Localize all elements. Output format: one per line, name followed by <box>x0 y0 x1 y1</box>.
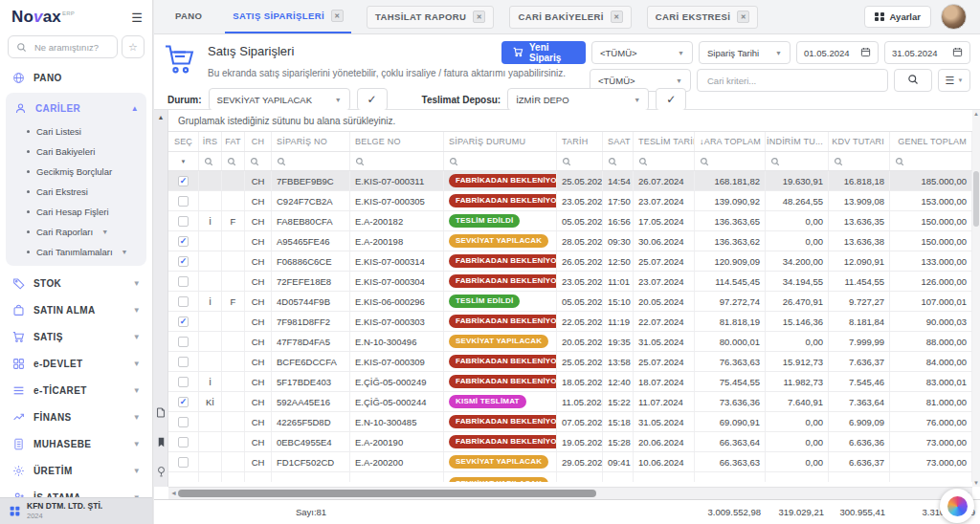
column-header-fat[interactable]: FAT <box>222 132 245 151</box>
sidebar-item-satiş[interactable]: SATIŞ▼ <box>0 323 152 350</box>
column-filter-genel[interactable] <box>890 152 972 170</box>
checkbox-unchecked[interactable] <box>178 417 189 427</box>
column-filter-tarih[interactable] <box>557 152 603 170</box>
cari-criteria-input[interactable] <box>705 75 880 87</box>
column-filter-fat[interactable] <box>222 152 245 170</box>
checkbox-unchecked[interactable] <box>178 457 189 468</box>
column-header-sec[interactable]: SEÇ <box>168 132 199 151</box>
sidebar-item-cari-raporları[interactable]: Cari Raporları▼ <box>6 222 146 242</box>
column-filter-ara[interactable] <box>695 152 766 170</box>
table-row[interactable]: ✓CH7FBBEF9B9CE.KIS-07-000311FABRİKADAN B… <box>168 171 972 191</box>
column-header-saat[interactable]: SAAT <box>603 132 634 151</box>
sidebar-search[interactable] <box>8 35 118 58</box>
close-tab-icon[interactable]: ✕ <box>331 10 344 22</box>
table-row[interactable]: CH42265F5D8DE.N-10-300485FABRİKADAN BEKL… <box>168 412 972 432</box>
checkbox-checked[interactable]: ✓ <box>178 236 189 247</box>
sidebar-item-pano[interactable]: PANO <box>0 64 152 91</box>
table-row[interactable]: ✓CHA95465FE46E.A-200198SEVKİYAT YAPILACA… <box>168 231 972 251</box>
scroll-left-icon[interactable]: ◄ <box>170 490 177 496</box>
column-filter-sec[interactable]: ▼ <box>168 152 199 170</box>
cari-criteria-field[interactable] <box>697 69 888 92</box>
close-tab-icon[interactable]: ✕ <box>473 11 485 23</box>
checkbox-unchecked[interactable] <box>178 357 189 367</box>
tab-cari-ekstresi[interactable]: CARİ EKSTRESİ✕ <box>647 6 759 29</box>
checkbox-unchecked[interactable] <box>178 296 189 307</box>
column-filter-saat[interactable] <box>603 152 634 170</box>
table-row[interactable]: SEVKİYAT YAPILACAK <box>168 472 972 482</box>
sidebar-collapse-icon[interactable]: ☰ <box>131 11 143 24</box>
table-row[interactable]: İCH5F17BDE403E.ÇİĞ-05-000249FABRİKADAN B… <box>168 372 972 392</box>
column-header-teslim[interactable]: TESLİM TARİHİ <box>634 132 695 151</box>
table-row[interactable]: CHC924F7CB2AE.KIS-07-000305FABRİKADAN BE… <box>168 191 972 211</box>
column-filter-durum[interactable] <box>444 152 557 170</box>
bookmark-icon[interactable] <box>157 434 166 451</box>
sidebar-item-gecikmiş-borçlular[interactable]: Gecikmiş Borçlular <box>6 162 146 182</box>
close-tab-icon[interactable]: ✕ <box>737 11 749 23</box>
apply-warehouse-filter-button[interactable]: ✓ <box>656 88 686 111</box>
apply-status-filter-button[interactable]: ✓ <box>357 88 388 111</box>
table-row[interactable]: ✓CH7F981D8FF2E.KIS-07-000303FABRİKADAN B… <box>168 312 972 332</box>
horizontal-scroll-thumb[interactable] <box>178 490 596 497</box>
column-filter-belge_no[interactable] <box>350 152 444 170</box>
scroll-down-icon[interactable]: ▼ <box>972 480 980 486</box>
filter-dropdown-1[interactable]: <TÜMÜ>▼ <box>591 41 693 64</box>
settings-button[interactable]: Ayarlar <box>864 6 931 28</box>
checkbox-checked[interactable]: ✓ <box>178 256 189 267</box>
checkbox-unchecked[interactable] <box>178 437 189 448</box>
list-view-button[interactable]: ☰▼ <box>938 69 970 92</box>
tab-cari-baki-yeleri[interactable]: CARİ BAKİYELERİ✕ <box>509 6 631 29</box>
column-header-ch[interactable]: CH <box>245 132 272 151</box>
checkbox-unchecked[interactable] <box>178 276 189 287</box>
checkbox-unchecked[interactable] <box>178 196 189 207</box>
checkbox-unchecked[interactable] <box>178 337 189 347</box>
user-avatar[interactable] <box>941 4 967 30</box>
column-filter-ch[interactable] <box>245 152 272 170</box>
table-row[interactable]: CHBCFE6DCCFAE.KIS-07-000309FABRİKADAN BE… <box>168 352 972 372</box>
table-row[interactable]: CH72FEFE18E8E.KIS-07-000304FABRİKADAN BE… <box>168 272 972 292</box>
column-header-indirim[interactable]: İNDİRİM TU... <box>766 132 829 151</box>
bulb-icon[interactable] <box>157 464 166 481</box>
sidebar-item-cari-ekstresi[interactable]: Cari Ekstresi <box>6 182 146 202</box>
vertical-scrollbar[interactable]: ▲ ▼ <box>972 110 980 487</box>
group-by-bar[interactable]: Gruplamak istediğiniz sütunu bu alana sü… <box>168 110 972 132</box>
tab-pano[interactable]: PANO <box>167 0 210 33</box>
sidebar-item-muhasebe[interactable]: MUHASEBE▼ <box>0 430 152 457</box>
column-filter-irs[interactable] <box>199 152 222 170</box>
column-header-ara[interactable]: ↓ARA TOPLAM <box>695 132 766 151</box>
sidebar-item-fi-nans[interactable]: FİNANS▼ <box>0 404 152 430</box>
new-order-button[interactable]: Yeni Sipariş <box>501 41 586 64</box>
sidebar-item-üreti-m[interactable]: ÜRETİM▼ <box>0 457 152 484</box>
sidebar-item-cari-tanımlamaları[interactable]: Cari Tanımlamaları▼ <box>6 242 146 262</box>
close-tab-icon[interactable]: ✕ <box>611 11 623 23</box>
column-filter-siparis_no[interactable] <box>272 152 350 170</box>
table-row[interactable]: CHFD1CF502CDE.A-200200SEVKİYAT YAPILACAK… <box>168 452 972 472</box>
sidebar-item-cari-hesap-fişleri[interactable]: Cari Hesap Fişleri <box>6 202 146 222</box>
tab-tahsi-lat-raporu[interactable]: TAHSİLAT RAPORU✕ <box>367 6 494 29</box>
checkbox-unchecked[interactable] <box>178 216 189 227</box>
column-header-kdv[interactable]: KDV TUTARI <box>829 132 890 151</box>
sidebar-item-cari-bakiyeleri[interactable]: Cari Bakiyeleri <box>6 142 146 162</box>
column-filter-kdv[interactable] <box>829 152 890 170</box>
column-filter-teslim[interactable] <box>634 152 695 170</box>
date-from-picker[interactable]: 01.05.2024 <box>796 41 879 64</box>
scroll-up-icon[interactable]: ▲ <box>972 111 980 117</box>
search-button[interactable] <box>894 69 932 92</box>
column-header-siparis_no[interactable]: SİPARİŞ NO <box>272 132 350 151</box>
table-row[interactable]: CH0EBC4955E4E.A-200190FABRİKADAN BEKLENİ… <box>168 432 972 452</box>
checkbox-checked[interactable]: ✓ <box>178 317 189 327</box>
column-header-tarih[interactable]: TARİH <box>557 132 603 151</box>
checkbox-checked[interactable]: ✓ <box>178 397 189 407</box>
vertical-scroll-thumb[interactable] <box>973 171 979 227</box>
sidebar-item-cari-listesi[interactable]: Cari Listesi <box>6 121 146 142</box>
new-record-icon[interactable] <box>156 404 166 422</box>
favorites-star-icon[interactable]: ☆ <box>122 35 145 58</box>
column-header-belge_no[interactable]: BELGE NO <box>350 132 444 151</box>
sidebar-item-e-devlet[interactable]: e-DEVLET▼ <box>0 350 152 377</box>
sidebar-item-satin-alma[interactable]: SATIN ALMA▼ <box>0 296 152 323</box>
column-header-irs[interactable]: İRS <box>199 132 222 151</box>
sidebar-item-cariler[interactable]: CARİLER ▲ <box>6 95 146 121</box>
table-row[interactable]: İFCHFA8EB80CFAE.A-200182TESLİM EDİLDİ05.… <box>168 211 972 231</box>
sidebar-item-e-ti-caret[interactable]: e-TİCARET▼ <box>0 377 152 404</box>
column-header-genel[interactable]: GENEL TOPLAM <box>890 132 972 151</box>
date-field-dropdown[interactable]: Sipariş Tarihi▼ <box>699 41 791 64</box>
